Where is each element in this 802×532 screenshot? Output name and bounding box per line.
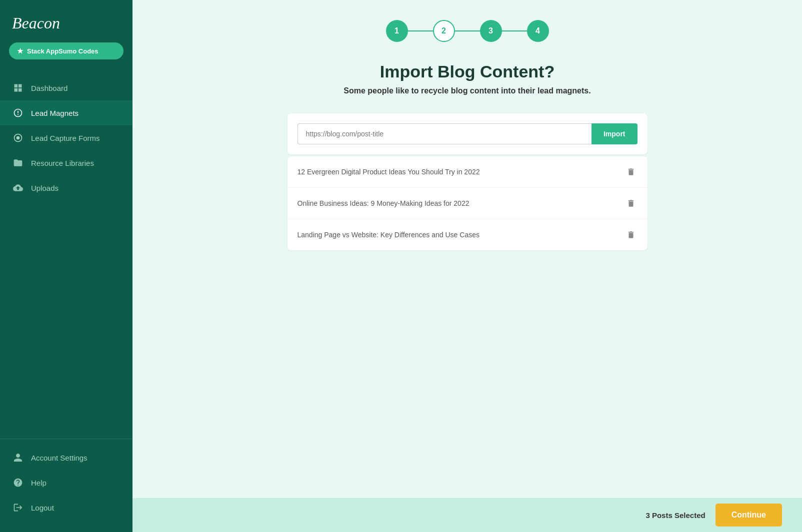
folder-icon xyxy=(12,157,24,169)
magnet-icon xyxy=(12,107,24,119)
step-3: 3 xyxy=(480,20,502,42)
trash-icon xyxy=(626,167,636,176)
sidebar-item-account-settings[interactable]: Account Settings xyxy=(0,445,132,470)
step-line-1 xyxy=(408,30,433,31)
sidebar-item-uploads[interactable]: Uploads xyxy=(0,175,132,200)
post-title: Online Business Ideas: 9 Money-Making Id… xyxy=(298,199,470,207)
url-input[interactable] xyxy=(298,123,592,144)
continue-button[interactable]: Continue xyxy=(716,504,782,527)
sidebar-item-resource-libraries[interactable]: Resource Libraries xyxy=(0,150,132,175)
import-box: Import xyxy=(288,113,648,154)
user-icon xyxy=(12,452,24,464)
sidebar-item-dashboard[interactable]: Dashboard xyxy=(0,75,132,100)
step-line-2 xyxy=(455,30,480,31)
content-scroll: 1 2 3 4 Import Blog Content? Some people… xyxy=(132,0,802,532)
help-icon xyxy=(12,477,24,489)
sidebar-bottom: Account Settings Help Logout xyxy=(0,439,132,532)
logout-icon xyxy=(12,502,24,514)
import-button[interactable]: Import xyxy=(592,123,638,144)
sidebar-item-lead-magnets[interactable]: Lead Magnets xyxy=(0,100,132,125)
appsumo-promo: ★ Stack AppSumo Codes xyxy=(9,42,124,59)
delete-post-1-button[interactable] xyxy=(624,197,638,210)
delete-post-0-button[interactable] xyxy=(624,165,638,178)
post-title: Landing Page vs Website: Key Differences… xyxy=(298,231,480,239)
step-1: 1 xyxy=(386,20,408,42)
posts-selected-count: 3 Posts Selected xyxy=(646,511,705,520)
forms-icon xyxy=(12,132,24,144)
steps-progress: 1 2 3 4 xyxy=(386,20,549,42)
step-line-3 xyxy=(502,30,527,31)
post-title: 12 Evergreen Digital Product Ideas You S… xyxy=(298,168,480,176)
trash-icon xyxy=(626,199,636,208)
sidebar: Beacon ★ Stack AppSumo Codes Dashboard L… xyxy=(0,0,132,532)
posts-list: 12 Evergreen Digital Product Ideas You S… xyxy=(288,156,648,250)
footer-bar: 3 Posts Selected Continue xyxy=(132,498,802,532)
upload-icon xyxy=(12,182,24,194)
star-icon: ★ xyxy=(17,47,24,55)
delete-post-2-button[interactable] xyxy=(624,228,638,241)
sidebar-item-lead-capture-forms[interactable]: Lead Capture Forms xyxy=(0,125,132,150)
post-item: Landing Page vs Website: Key Differences… xyxy=(288,219,648,250)
post-item: 12 Evergreen Digital Product Ideas You S… xyxy=(288,156,648,188)
page-title: Import Blog Content? xyxy=(380,62,554,81)
svg-point-1 xyxy=(16,136,20,140)
page-subtitle: Some people like to recycle blog content… xyxy=(344,86,590,95)
import-row: Import xyxy=(298,123,638,144)
trash-icon xyxy=(626,230,636,239)
appsumo-button[interactable]: ★ Stack AppSumo Codes xyxy=(9,42,124,59)
main-nav: Dashboard Lead Magnets Lead Capture Form… xyxy=(0,71,132,439)
logo: Beacon xyxy=(0,0,132,42)
post-item: Online Business Ideas: 9 Money-Making Id… xyxy=(288,188,648,219)
main-content-area: 1 2 3 4 Import Blog Content? Some people… xyxy=(132,0,802,532)
sidebar-item-logout[interactable]: Logout xyxy=(0,495,132,520)
sidebar-item-help[interactable]: Help xyxy=(0,470,132,495)
step-4: 4 xyxy=(527,20,549,42)
dashboard-icon xyxy=(12,82,24,94)
step-2: 2 xyxy=(433,20,455,42)
